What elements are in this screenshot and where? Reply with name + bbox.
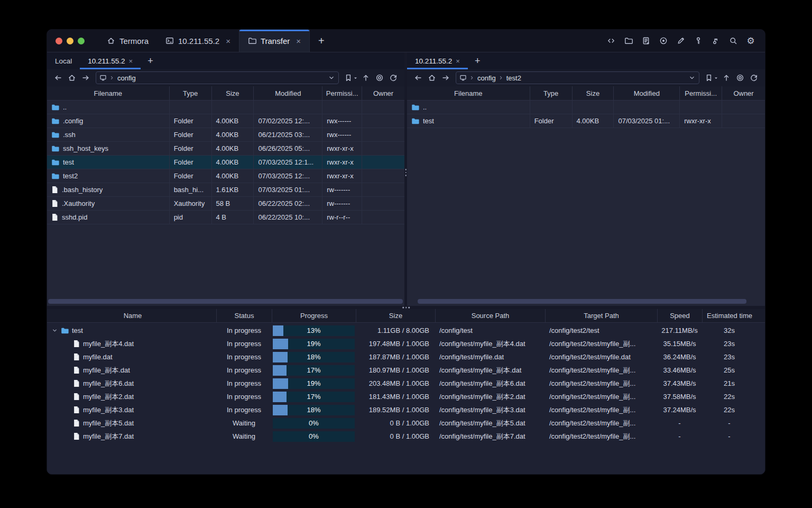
file-cell: 07/03/2025 12:...: [253, 169, 322, 183]
path-breadcrumb-input[interactable]: config: [96, 71, 339, 84]
transfer-name-cell: myfile_副本3.dat: [49, 405, 216, 415]
path-breadcrumb-input[interactable]: configtest2: [456, 71, 699, 84]
transfer-row[interactable]: myfile_副本2.datIn progress17%181.43MB / 1…: [49, 390, 763, 403]
upload-button[interactable]: [360, 72, 372, 84]
file-row[interactable]: testFolder4.00KB07/03/2025 01:...rwxr-xr…: [407, 114, 765, 128]
horizontal-scrollbar[interactable]: [418, 299, 746, 304]
column-header-permissi[interactable]: Permissi...: [322, 86, 362, 100]
log-button[interactable]: [640, 35, 652, 47]
file-row[interactable]: ..: [47, 101, 404, 114]
bookmark-caret-icon[interactable]: [353, 76, 358, 80]
breadcrumb-segment[interactable]: config: [117, 74, 136, 82]
app-tab-termora[interactable]: Termora: [98, 30, 157, 52]
settings-button[interactable]: ⚙: [745, 35, 756, 47]
column-header-size[interactable]: Size: [211, 86, 254, 100]
forward-button[interactable]: [440, 72, 451, 84]
horizontal-scrollbar[interactable]: [48, 299, 403, 304]
home-button[interactable]: [66, 72, 78, 84]
new-app-tab-button[interactable]: +: [310, 30, 333, 52]
transfer-row[interactable]: myfile_副本3.datIn progress18%189.52MB / 1…: [49, 403, 763, 416]
forward-button[interactable]: [80, 72, 91, 84]
column-header-size[interactable]: Size: [572, 86, 614, 100]
column-header-modified[interactable]: Modified: [613, 86, 679, 100]
column-header-size[interactable]: Size: [356, 309, 435, 322]
file-row[interactable]: ssh_host_keysFolder4.00KB06/26/2025 05:.…: [47, 142, 404, 156]
show-hidden-button[interactable]: [374, 72, 385, 84]
edit-button[interactable]: [675, 35, 687, 47]
traffic-light-zoom[interactable]: [78, 38, 85, 44]
folder-button[interactable]: [623, 35, 634, 47]
key-button[interactable]: [693, 35, 704, 47]
expand-chevron-icon[interactable]: [51, 327, 59, 334]
close-tab-icon[interactable]: ×: [129, 57, 133, 65]
new-file-tab-button[interactable]: +: [141, 52, 160, 69]
path-dropdown-icon[interactable]: [688, 74, 696, 81]
bookmark-button[interactable]: [344, 74, 358, 82]
close-tab-icon[interactable]: ×: [296, 37, 301, 46]
transfer-row[interactable]: myfile_副本6.datIn progress19%203.48MB / 1…: [49, 377, 763, 390]
breadcrumb-segment[interactable]: config: [477, 74, 496, 82]
back-button[interactable]: [412, 72, 424, 84]
column-header-speed[interactable]: Speed: [657, 309, 702, 322]
column-header-status[interactable]: Status: [216, 309, 272, 322]
transfer-row[interactable]: testIn progress13%1.11GB / 8.00GB/config…: [49, 324, 763, 337]
file-icon: [51, 213, 58, 221]
transfer-row[interactable]: myfile_副本5.datWaiting0%0 B / 1.00GB/conf…: [49, 416, 763, 430]
column-header-estimated-time[interactable]: Estimated time: [702, 309, 756, 322]
file-row[interactable]: ..: [407, 101, 765, 114]
file-tab-local[interactable]: Local: [47, 52, 80, 69]
keychain-button[interactable]: [710, 35, 722, 47]
column-header-target-path[interactable]: Target Path: [545, 309, 657, 322]
column-header-type[interactable]: Type: [169, 86, 211, 100]
transfer-row[interactable]: myfile_副本.datIn progress17%180.97MB / 1.…: [49, 364, 763, 377]
column-header-type[interactable]: Type: [530, 86, 572, 100]
code-button[interactable]: [605, 35, 617, 47]
app-tab-10-211-55-2[interactable]: 10.211.55.2×: [157, 30, 239, 52]
breadcrumb-separator-icon: [109, 75, 115, 81]
refresh-button[interactable]: [387, 72, 399, 84]
bookmark-button[interactable]: [705, 74, 718, 82]
refresh-button[interactable]: [748, 72, 760, 84]
file-row[interactable]: .sshFolder4.00KB06/21/2025 03:...rwx----…: [47, 128, 404, 142]
app-tab-transfer[interactable]: Transfer×: [239, 30, 310, 52]
new-file-tab-button[interactable]: +: [468, 52, 487, 69]
column-header-modified[interactable]: Modified: [253, 86, 322, 100]
breadcrumb-segment[interactable]: test2: [506, 74, 521, 82]
target-path-cell: /config/test2/test: [545, 326, 657, 334]
path-dropdown-icon[interactable]: [328, 74, 335, 81]
search-button[interactable]: [727, 35, 739, 47]
show-hidden-button[interactable]: [734, 72, 746, 84]
column-header-progress[interactable]: Progress: [272, 309, 356, 322]
file-row[interactable]: .configFolder4.00KB07/02/2025 12:...rwx-…: [47, 114, 404, 128]
horizontal-splitter[interactable]: [47, 306, 765, 309]
file-row[interactable]: sshd.pidpid4 B06/22/2025 10:...rw-r--r--: [47, 211, 404, 224]
file-row[interactable]: testFolder4.00KB07/03/2025 12:1...rwxr-x…: [47, 156, 404, 169]
back-button[interactable]: [52, 72, 64, 84]
traffic-light-minimize[interactable]: [67, 38, 73, 44]
transfer-row[interactable]: myfile_副本4.datIn progress19%197.48MB / 1…: [49, 337, 763, 350]
close-tab-icon[interactable]: ×: [456, 57, 460, 65]
home-button[interactable]: [426, 72, 438, 84]
column-header-source-path[interactable]: Source Path: [435, 309, 545, 322]
record-button[interactable]: [658, 35, 669, 47]
upload-button[interactable]: [721, 72, 732, 84]
transfer-row[interactable]: myfile_副本7.datWaiting0%0 B / 1.00GB/conf…: [49, 430, 763, 443]
transfer-row[interactable]: myfile.datIn progress18%187.87MB / 1.00G…: [49, 350, 763, 364]
column-header-filename[interactable]: Filename: [407, 86, 530, 100]
column-header-filename[interactable]: Filename: [47, 86, 169, 100]
file-tab-10-211-55-2[interactable]: 10.211.55.2×: [80, 52, 141, 69]
file-row[interactable]: .bash_historybash_hi...1.61KB07/03/2025 …: [47, 183, 404, 197]
column-header-owner[interactable]: Owner: [722, 86, 765, 100]
file-row[interactable]: .XauthorityXauthority58 B06/22/2025 02:.…: [47, 197, 404, 211]
column-header-permissi[interactable]: Permissi...: [679, 86, 722, 100]
file-row[interactable]: test2Folder4.00KB07/03/2025 12:...rwxr-x…: [47, 169, 404, 183]
column-header-name[interactable]: Name: [49, 309, 216, 322]
file-cell: [362, 101, 404, 114]
bookmark-caret-icon[interactable]: [714, 76, 718, 80]
app-tab-label: 10.211.55.2: [178, 37, 219, 46]
file-tab-10-211-55-2[interactable]: 10.211.55.2×: [407, 52, 468, 69]
traffic-light-close[interactable]: [56, 38, 62, 44]
column-header-owner[interactable]: Owner: [362, 86, 404, 100]
refresh-icon: [389, 74, 398, 82]
close-tab-icon[interactable]: ×: [226, 37, 230, 46]
